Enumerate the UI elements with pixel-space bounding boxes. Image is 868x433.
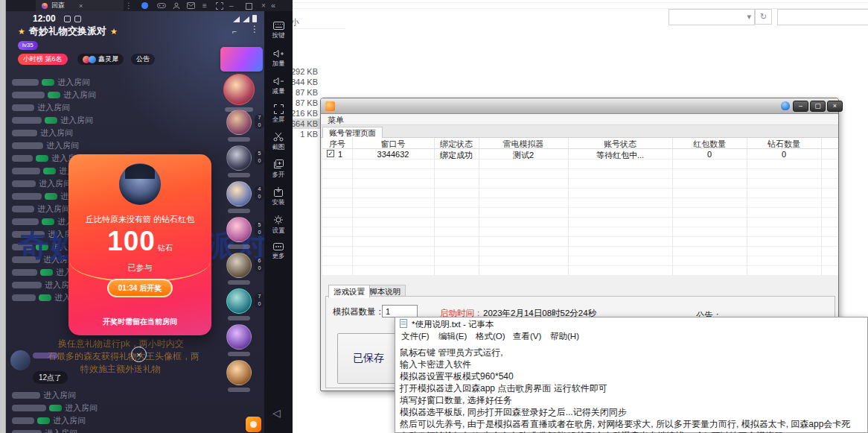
screencast-icon[interactable]: ⌐ bbox=[232, 27, 237, 36]
gamepad-icon[interactable] bbox=[157, 2, 166, 9]
mic-seat[interactable] bbox=[226, 145, 252, 171]
emulator-count-input[interactable]: 1 bbox=[382, 305, 418, 317]
sidebar-item-volume-down[interactable]: 减量 bbox=[264, 77, 293, 96]
gift-activity-icon[interactable] bbox=[246, 417, 261, 432]
sidebar-item-install-apk[interactable]: 安装 bbox=[264, 187, 293, 207]
search-input[interactable] bbox=[777, 9, 868, 25]
notepad-text-line[interactable]: 填写好窗口数量, 选择好任务 bbox=[400, 394, 512, 407]
manager-titlebar: – ▢ × bbox=[321, 98, 838, 114]
maximize-button[interactable]: ▢ bbox=[810, 101, 826, 112]
event-banner-image[interactable] bbox=[220, 47, 263, 72]
avatar bbox=[89, 56, 96, 63]
mic-seat[interactable] bbox=[226, 253, 252, 278]
emulator-window: 回森 × ⋮ ≡ – × 12:00 ★ 奇妙礼物交换派对 ★ bbox=[6, 0, 293, 433]
tab-menu-icon[interactable]: ⋮ bbox=[125, 1, 133, 10]
help-icon[interactable] bbox=[781, 101, 790, 110]
booster-icon[interactable] bbox=[141, 2, 148, 9]
refresh-button[interactable]: ↻ bbox=[755, 9, 772, 25]
level-badge-icon bbox=[36, 155, 48, 162]
sidebar-item-fullscreen[interactable]: 全屏 bbox=[264, 104, 293, 124]
top-rank-seat[interactable] bbox=[223, 74, 255, 105]
multi-window-icon bbox=[273, 159, 284, 169]
menu-item-view[interactable]: 查看(V) bbox=[513, 331, 541, 342]
sidebar-item-keymap[interactable]: 按键 bbox=[264, 22, 293, 40]
account-icon[interactable] bbox=[173, 2, 180, 10]
row-checkbox[interactable]: ✓ bbox=[327, 150, 334, 157]
sidebar-item-volume-up[interactable]: 加量 bbox=[264, 49, 293, 69]
sidebar-collapse-icon[interactable]: « bbox=[271, 1, 275, 10]
sidebar-item-screenshot[interactable]: 截图 bbox=[264, 132, 293, 152]
address-combobox[interactable]: ▾ bbox=[668, 9, 755, 25]
notepad-text-line[interactable]: 打开模拟器进入回森app 点击歌房界面 运行软件即可 bbox=[400, 382, 607, 395]
mic-seat[interactable] bbox=[226, 324, 252, 350]
notepad-text-line[interactable]: 鼠标右键 管理员方式运行, bbox=[400, 347, 503, 359]
menu-item-file[interactable]: 文件(F) bbox=[401, 331, 430, 342]
sidebar-item-multi-instance[interactable]: 多开 bbox=[264, 159, 293, 180]
chat-row: 进入房间 bbox=[12, 178, 71, 189]
notepad-titlebar[interactable]: *使用说明.txt - 记事本 bbox=[395, 317, 867, 330]
minimize-button[interactable]: – bbox=[793, 101, 808, 112]
mic-seat[interactable] bbox=[226, 110, 252, 135]
seat-counter: 60 bbox=[255, 257, 264, 272]
mic-seat[interactable] bbox=[226, 181, 252, 206]
menu-item-help[interactable]: 帮助(H) bbox=[550, 331, 579, 342]
emulator-tab[interactable]: 回森 × bbox=[36, 0, 124, 11]
mic-seat[interactable] bbox=[226, 288, 252, 314]
tab-account-management[interactable]: 账号管理页面 bbox=[322, 127, 383, 139]
countdown-button[interactable]: 01:34 后开奖 bbox=[107, 279, 173, 297]
notepad-text-line[interactable]: 输入卡密进入软件 bbox=[400, 358, 471, 371]
mic-seat[interactable] bbox=[226, 217, 252, 242]
notepad-text-line[interactable]: 模拟器选平板版, 同步打开回森登录好之后...记得关闭同步 bbox=[400, 406, 627, 419]
notification-icon bbox=[74, 16, 81, 22]
feedback-icon[interactable]: ≡ bbox=[202, 1, 207, 10]
close-icon[interactable]: × bbox=[261, 1, 266, 10]
wifi-icon bbox=[233, 16, 240, 22]
hour-rank-badge[interactable]: 小时榜 第6名 bbox=[18, 54, 68, 65]
host-pill[interactable]: 鑫灵犀 bbox=[77, 54, 124, 65]
announcement-pill[interactable]: 公告 bbox=[131, 54, 155, 65]
volume-up-icon bbox=[273, 49, 284, 58]
notification-icon bbox=[64, 16, 71, 22]
maximize-icon[interactable] bbox=[246, 3, 252, 10]
notepad-text-line[interactable]: 自动发评论抢红包的 也会全自动 非常智能 没抢到会自动退房出去继续找 一个ip可… bbox=[400, 430, 783, 433]
save-button[interactable]: 已保存 bbox=[337, 333, 400, 384]
star-icon: ★ bbox=[110, 27, 118, 37]
android-back-icon[interactable]: ◁ bbox=[272, 407, 281, 419]
tab-close-icon[interactable]: × bbox=[79, 2, 83, 10]
sidebar-item-more[interactable]: 更多 bbox=[264, 243, 293, 261]
mic-seat[interactable] bbox=[226, 360, 252, 385]
gear-icon bbox=[273, 215, 284, 225]
chat-row: 进入房间 bbox=[12, 140, 79, 151]
room-announcement-line: 特效施主额外送礼物 bbox=[80, 363, 161, 376]
app-icon bbox=[325, 101, 335, 111]
menu-item-edit[interactable]: 编辑(E) bbox=[438, 331, 467, 342]
room-announcement-line: 石最多的森友获得礼物大王头像框，两 bbox=[48, 350, 200, 363]
menu-item-format[interactable]: 格式(O) bbox=[476, 331, 505, 342]
close-button[interactable]: × bbox=[827, 101, 843, 112]
message-icon[interactable] bbox=[187, 2, 195, 9]
menu-item[interactable]: 菜单 bbox=[328, 115, 344, 126]
emulator-count-label: 模拟器数量： bbox=[333, 306, 384, 317]
avatar bbox=[223, 74, 255, 105]
envelope-flap-line bbox=[70, 242, 210, 282]
level-badge-icon bbox=[45, 193, 57, 200]
chevron-down-icon[interactable]: ▾ bbox=[747, 10, 751, 24]
capture-icon[interactable] bbox=[216, 2, 223, 10]
red-packet-sender: 丘比特原来没有箭 的钻石红包 bbox=[68, 214, 211, 225]
table-row[interactable]: ✓ 1 3344632 绑定成功 测试2 等待红包中... 0 0 bbox=[322, 149, 838, 159]
minimize-icon[interactable]: – bbox=[229, 1, 234, 10]
notepad-text-line[interactable]: 模拟器设置平板模式960*540 bbox=[400, 370, 514, 383]
sidebar-item-settings[interactable]: 设置 bbox=[264, 215, 293, 236]
red-packet-note: 开奖时需留在当前房间 bbox=[68, 317, 211, 327]
hour-rank-text: 小时榜 第6名 bbox=[23, 54, 63, 65]
chat-row: 进入房间 bbox=[12, 102, 70, 113]
notepad-text-line[interactable]: 然后可以先养号, 由于是模拟器看直播或者在歌房, 对网络要求大, 所以多开要量力… bbox=[400, 418, 850, 431]
room-menu-icon[interactable]: ⋮ bbox=[250, 24, 259, 34]
signal-icon bbox=[243, 16, 249, 22]
dialog-close-button[interactable]: × bbox=[131, 347, 147, 362]
room-title-text: 奇妙礼物交换派对 bbox=[29, 25, 106, 38]
chat-row: 进入房间 bbox=[12, 127, 73, 138]
volume-down-icon bbox=[273, 77, 284, 86]
level-badge-icon bbox=[43, 168, 56, 174]
tab-game-settings[interactable]: 游戏设置 bbox=[328, 285, 370, 298]
